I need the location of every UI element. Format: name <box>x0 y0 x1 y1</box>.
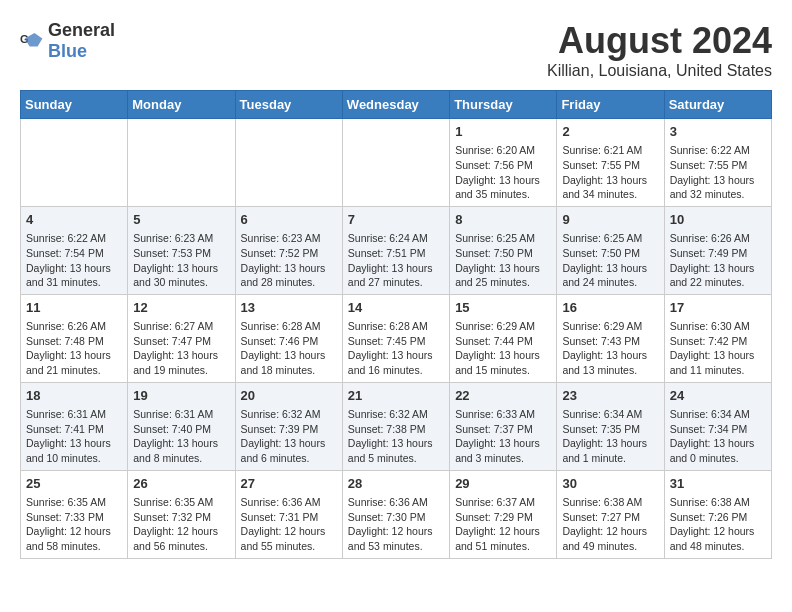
calendar-cell: 19Sunrise: 6:31 AM Sunset: 7:40 PM Dayli… <box>128 382 235 470</box>
calendar-cell: 10Sunrise: 6:26 AM Sunset: 7:49 PM Dayli… <box>664 206 771 294</box>
day-number: 31 <box>670 475 766 493</box>
day-info: Sunrise: 6:36 AM Sunset: 7:30 PM Dayligh… <box>348 495 444 554</box>
day-number: 22 <box>455 387 551 405</box>
column-header-sunday: Sunday <box>21 91 128 119</box>
calendar-cell: 7Sunrise: 6:24 AM Sunset: 7:51 PM Daylig… <box>342 206 449 294</box>
calendar-table: SundayMondayTuesdayWednesdayThursdayFrid… <box>20 90 772 559</box>
day-info: Sunrise: 6:27 AM Sunset: 7:47 PM Dayligh… <box>133 319 229 378</box>
day-info: Sunrise: 6:31 AM Sunset: 7:41 PM Dayligh… <box>26 407 122 466</box>
calendar-cell <box>342 119 449 207</box>
day-info: Sunrise: 6:20 AM Sunset: 7:56 PM Dayligh… <box>455 143 551 202</box>
day-number: 6 <box>241 211 337 229</box>
day-number: 5 <box>133 211 229 229</box>
calendar-cell: 5Sunrise: 6:23 AM Sunset: 7:53 PM Daylig… <box>128 206 235 294</box>
calendar-cell: 9Sunrise: 6:25 AM Sunset: 7:50 PM Daylig… <box>557 206 664 294</box>
day-number: 21 <box>348 387 444 405</box>
day-number: 15 <box>455 299 551 317</box>
column-header-friday: Friday <box>557 91 664 119</box>
calendar-cell: 17Sunrise: 6:30 AM Sunset: 7:42 PM Dayli… <box>664 294 771 382</box>
day-info: Sunrise: 6:32 AM Sunset: 7:38 PM Dayligh… <box>348 407 444 466</box>
day-info: Sunrise: 6:21 AM Sunset: 7:55 PM Dayligh… <box>562 143 658 202</box>
day-info: Sunrise: 6:35 AM Sunset: 7:33 PM Dayligh… <box>26 495 122 554</box>
day-info: Sunrise: 6:24 AM Sunset: 7:51 PM Dayligh… <box>348 231 444 290</box>
day-number: 26 <box>133 475 229 493</box>
day-info: Sunrise: 6:25 AM Sunset: 7:50 PM Dayligh… <box>455 231 551 290</box>
calendar-cell: 14Sunrise: 6:28 AM Sunset: 7:45 PM Dayli… <box>342 294 449 382</box>
logo-blue-text: Blue <box>48 41 87 61</box>
week-row-2: 4Sunrise: 6:22 AM Sunset: 7:54 PM Daylig… <box>21 206 772 294</box>
calendar-cell <box>21 119 128 207</box>
column-header-thursday: Thursday <box>450 91 557 119</box>
calendar-cell: 24Sunrise: 6:34 AM Sunset: 7:34 PM Dayli… <box>664 382 771 470</box>
calendar-cell: 30Sunrise: 6:38 AM Sunset: 7:27 PM Dayli… <box>557 470 664 558</box>
calendar-cell: 8Sunrise: 6:25 AM Sunset: 7:50 PM Daylig… <box>450 206 557 294</box>
calendar-cell: 31Sunrise: 6:38 AM Sunset: 7:26 PM Dayli… <box>664 470 771 558</box>
day-number: 16 <box>562 299 658 317</box>
day-info: Sunrise: 6:23 AM Sunset: 7:53 PM Dayligh… <box>133 231 229 290</box>
day-number: 10 <box>670 211 766 229</box>
calendar-cell: 15Sunrise: 6:29 AM Sunset: 7:44 PM Dayli… <box>450 294 557 382</box>
day-number: 20 <box>241 387 337 405</box>
day-number: 25 <box>26 475 122 493</box>
day-info: Sunrise: 6:28 AM Sunset: 7:45 PM Dayligh… <box>348 319 444 378</box>
day-number: 13 <box>241 299 337 317</box>
calendar-cell: 28Sunrise: 6:36 AM Sunset: 7:30 PM Dayli… <box>342 470 449 558</box>
day-number: 3 <box>670 123 766 141</box>
calendar-cell: 21Sunrise: 6:32 AM Sunset: 7:38 PM Dayli… <box>342 382 449 470</box>
column-header-tuesday: Tuesday <box>235 91 342 119</box>
calendar-cell: 11Sunrise: 6:26 AM Sunset: 7:48 PM Dayli… <box>21 294 128 382</box>
title-area: August 2024 Killian, Louisiana, United S… <box>547 20 772 80</box>
header: G General Blue August 2024 Killian, Loui… <box>20 20 772 80</box>
day-number: 19 <box>133 387 229 405</box>
day-number: 2 <box>562 123 658 141</box>
column-header-wednesday: Wednesday <box>342 91 449 119</box>
logo-general-text: General <box>48 20 115 40</box>
day-info: Sunrise: 6:34 AM Sunset: 7:34 PM Dayligh… <box>670 407 766 466</box>
day-number: 30 <box>562 475 658 493</box>
day-number: 7 <box>348 211 444 229</box>
day-number: 29 <box>455 475 551 493</box>
day-info: Sunrise: 6:34 AM Sunset: 7:35 PM Dayligh… <box>562 407 658 466</box>
calendar-cell: 25Sunrise: 6:35 AM Sunset: 7:33 PM Dayli… <box>21 470 128 558</box>
calendar-cell <box>235 119 342 207</box>
day-number: 28 <box>348 475 444 493</box>
calendar-cell: 12Sunrise: 6:27 AM Sunset: 7:47 PM Dayli… <box>128 294 235 382</box>
week-row-5: 25Sunrise: 6:35 AM Sunset: 7:33 PM Dayli… <box>21 470 772 558</box>
column-header-saturday: Saturday <box>664 91 771 119</box>
calendar-cell: 4Sunrise: 6:22 AM Sunset: 7:54 PM Daylig… <box>21 206 128 294</box>
day-info: Sunrise: 6:31 AM Sunset: 7:40 PM Dayligh… <box>133 407 229 466</box>
calendar-cell: 20Sunrise: 6:32 AM Sunset: 7:39 PM Dayli… <box>235 382 342 470</box>
calendar-cell: 1Sunrise: 6:20 AM Sunset: 7:56 PM Daylig… <box>450 119 557 207</box>
day-info: Sunrise: 6:29 AM Sunset: 7:43 PM Dayligh… <box>562 319 658 378</box>
day-info: Sunrise: 6:38 AM Sunset: 7:26 PM Dayligh… <box>670 495 766 554</box>
calendar-cell: 2Sunrise: 6:21 AM Sunset: 7:55 PM Daylig… <box>557 119 664 207</box>
day-number: 24 <box>670 387 766 405</box>
calendar-cell: 13Sunrise: 6:28 AM Sunset: 7:46 PM Dayli… <box>235 294 342 382</box>
week-row-3: 11Sunrise: 6:26 AM Sunset: 7:48 PM Dayli… <box>21 294 772 382</box>
day-number: 12 <box>133 299 229 317</box>
day-info: Sunrise: 6:25 AM Sunset: 7:50 PM Dayligh… <box>562 231 658 290</box>
calendar-cell: 22Sunrise: 6:33 AM Sunset: 7:37 PM Dayli… <box>450 382 557 470</box>
calendar-cell: 3Sunrise: 6:22 AM Sunset: 7:55 PM Daylig… <box>664 119 771 207</box>
week-row-1: 1Sunrise: 6:20 AM Sunset: 7:56 PM Daylig… <box>21 119 772 207</box>
day-info: Sunrise: 6:32 AM Sunset: 7:39 PM Dayligh… <box>241 407 337 466</box>
day-info: Sunrise: 6:22 AM Sunset: 7:55 PM Dayligh… <box>670 143 766 202</box>
day-number: 18 <box>26 387 122 405</box>
week-row-4: 18Sunrise: 6:31 AM Sunset: 7:41 PM Dayli… <box>21 382 772 470</box>
calendar-header-row: SundayMondayTuesdayWednesdayThursdayFrid… <box>21 91 772 119</box>
day-number: 23 <box>562 387 658 405</box>
day-info: Sunrise: 6:33 AM Sunset: 7:37 PM Dayligh… <box>455 407 551 466</box>
logo: G General Blue <box>20 20 115 62</box>
calendar-cell: 6Sunrise: 6:23 AM Sunset: 7:52 PM Daylig… <box>235 206 342 294</box>
day-number: 11 <box>26 299 122 317</box>
day-number: 4 <box>26 211 122 229</box>
day-info: Sunrise: 6:23 AM Sunset: 7:52 PM Dayligh… <box>241 231 337 290</box>
day-info: Sunrise: 6:36 AM Sunset: 7:31 PM Dayligh… <box>241 495 337 554</box>
calendar-cell: 26Sunrise: 6:35 AM Sunset: 7:32 PM Dayli… <box>128 470 235 558</box>
day-info: Sunrise: 6:35 AM Sunset: 7:32 PM Dayligh… <box>133 495 229 554</box>
calendar-cell <box>128 119 235 207</box>
day-number: 17 <box>670 299 766 317</box>
day-info: Sunrise: 6:22 AM Sunset: 7:54 PM Dayligh… <box>26 231 122 290</box>
day-number: 14 <box>348 299 444 317</box>
day-info: Sunrise: 6:30 AM Sunset: 7:42 PM Dayligh… <box>670 319 766 378</box>
